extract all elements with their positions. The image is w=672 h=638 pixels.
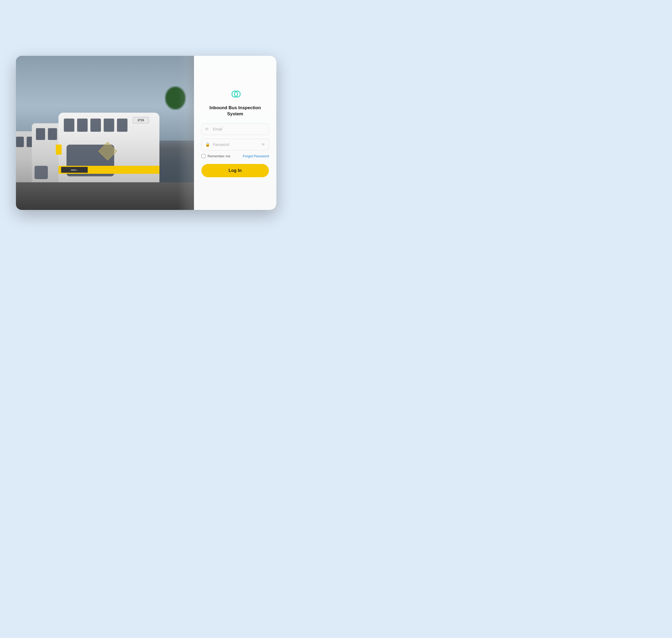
login-button[interactable]: Log In [201,164,269,177]
logo-svg [228,88,242,100]
remember-me-label[interactable]: Remember me [201,154,230,158]
email-input[interactable] [201,123,269,135]
eye-icon[interactable]: 👁 [262,142,265,147]
password-input-group: 🔒 👁 [201,139,269,150]
email-icon: ✉ [205,127,208,132]
bus-window [77,118,88,132]
bus-window [64,118,74,132]
login-panel: Inbound Bus Inspection System ✉ 🔒 👁 Reme… [194,56,276,210]
bus-window [48,128,57,140]
bus-main: 2715 www.r... [58,113,159,192]
remember-forgot-row: Remember me Forgot Password [201,154,269,158]
email-input-group: ✉ [201,123,269,135]
app-title: Inbound Bus Inspection System [201,105,269,117]
bus-yellow-stripe: www.r... [58,166,159,174]
remember-me-checkbox[interactable] [201,154,205,158]
lock-icon: 🔒 [205,142,210,147]
road [16,182,194,210]
bus-window [117,118,128,132]
logo-icon [228,88,242,101]
password-input[interactable] [201,139,269,150]
bus-window [16,137,24,147]
background-right-fade [178,56,194,210]
bus-window [90,118,101,132]
remember-me-text: Remember me [207,154,230,158]
bus-window [104,118,114,132]
bus-window [36,128,45,140]
forgot-password-link[interactable]: Forgot Password [243,154,269,158]
bus-mirror [56,145,62,155]
bus-front-window [35,166,48,179]
bus-number-plate: 2715 [133,117,149,123]
main-card: 2715 www.r... [16,56,276,210]
bus-text-area: www.r... [61,167,88,173]
